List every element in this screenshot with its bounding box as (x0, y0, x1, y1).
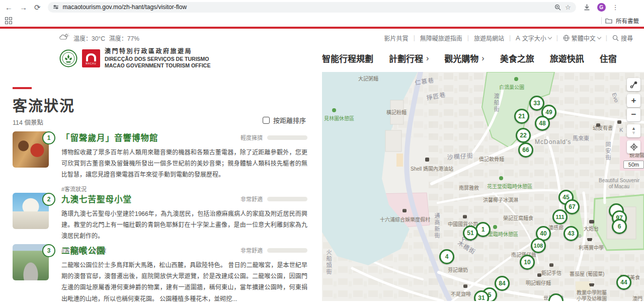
map-marker-51[interactable]: 51 (463, 225, 478, 241)
map-label: of Macau (609, 184, 629, 189)
rank-badge: 2 (42, 193, 55, 206)
map-label: 僑記軟骨麵 (479, 155, 504, 163)
map-label: 白鴿巢公園 (499, 83, 524, 91)
map-label: 洪馨椰子冰淇淋 (483, 196, 518, 203)
map-canvas[interactable]: 大記粥麵仁慕巷掙匠巷橫記粉麵見林圍休憩區白鴿巢公園渡船街McDonald's馬來… (322, 72, 644, 301)
url-text[interactable]: macaotourism.gov.mo/zh-hant/tags/visitor… (63, 4, 550, 11)
tilt-control[interactable]: ▲▼ (627, 124, 640, 137)
menu-dots-icon[interactable]: ⋮ (612, 4, 619, 11)
zoom-page-icon[interactable] (554, 4, 561, 11)
map-label: 榮記豆腐麵食 (503, 214, 533, 221)
map-bag-icon (537, 273, 541, 277)
map-label: 通商新街 (433, 213, 441, 239)
apps-grid-icon[interactable] (5, 17, 12, 24)
chevron-down-icon (597, 35, 601, 39)
directions-icon[interactable] (627, 78, 640, 91)
nav-plan-trip[interactable]: 計劃行程› (389, 52, 429, 64)
map-tree-icon (499, 176, 503, 180)
search-icon (612, 35, 619, 41)
map-bag-icon (549, 263, 553, 267)
map-marker-4[interactable]: 4 (439, 249, 454, 264)
back-icon[interactable]: ← (5, 4, 13, 11)
attraction-description: 路環九澳七苦聖母小堂建於1966年，為九澳居民，包括治療麻瘋病人的家庭及附近居民… (61, 208, 307, 242)
map-marker-66[interactable]: 66 (518, 142, 533, 158)
search-button[interactable]: 搜尋 (612, 34, 633, 42)
attraction-tags: #客流狀況 (61, 185, 307, 193)
nav-sightseeing-shopping[interactable]: 觀光購物› (444, 52, 484, 64)
map-marker-6[interactable]: 6 (612, 219, 627, 234)
tag-link[interactable]: #客流狀況 (61, 185, 87, 193)
chevron-right-icon: › (481, 54, 484, 63)
text-size-a-icon: A (516, 34, 520, 42)
link-accessible-travel[interactable]: 無障礙旅遊指南 (420, 34, 462, 42)
logo-text-en: MACAO GOVERNMENT TOURISM OFFICE (105, 62, 210, 69)
map-bag-icon (596, 123, 600, 127)
link-mgto-website[interactable]: 旅遊局網站 (474, 34, 504, 42)
attraction-title[interactable]: 「留聲歲月」音響博物館 (61, 131, 158, 143)
map-marker-111[interactable]: 111 (552, 209, 568, 224)
map-bag-icon (617, 120, 621, 124)
map-marker-108[interactable]: 108 (531, 238, 546, 253)
map-marker-22[interactable]: 22 (516, 128, 531, 143)
map-bag-icon (463, 215, 467, 218)
divider (601, 17, 602, 24)
bookmarks-bar: 所有書籤 (0, 14, 644, 27)
map-tree-icon (332, 108, 336, 112)
globe-icon (563, 35, 570, 41)
map-label: 幼皮有書 (593, 124, 613, 131)
map-marker-43[interactable]: 43 (564, 226, 579, 241)
chevron-down-icon (547, 35, 551, 39)
map-marker-21[interactable]: 21 (514, 109, 529, 124)
profile-avatar[interactable]: G (597, 3, 606, 12)
map-marker-84[interactable]: 84 (495, 276, 510, 291)
map-label: 利瑪竇中學 (579, 244, 604, 251)
map-label: 同安街 (604, 141, 612, 161)
all-bookmarks-label[interactable]: 所有書籤 (616, 17, 639, 25)
attraction-title[interactable]: 九澳七苦聖母小堂 (61, 193, 132, 205)
macau-sar-emblem-icon (59, 49, 77, 67)
nav-accommodation[interactable]: 住宿 (600, 52, 617, 64)
title-accent-bar (13, 87, 32, 89)
download-icon[interactable] (583, 4, 591, 11)
attraction-description: 博物館收藏了眾多百年前人類用來聽音樂的機器和各類古董電器，除了近距離參觀外，您更… (61, 147, 307, 181)
list-item[interactable]: 3 二龍喉公園 非常舒適 二龍喉公園位於士多鳥拜斯大馬路，松山西麓，具歐陸特色。… (13, 244, 307, 302)
sort-checkbox[interactable] (263, 117, 270, 124)
map-label: 大炮台 (584, 224, 599, 232)
site-settings-icon[interactable] (53, 4, 59, 10)
map-label: 見林圍休憩區 (324, 114, 354, 122)
temperature-label: 温度：30°C (73, 34, 105, 42)
site-logo[interactable]: MACAU 澳門特別行政區政府旅遊局 DIRECÇÃO DOS SERVIÇOS… (59, 48, 210, 69)
language-selector[interactable]: 繁體中文 (563, 34, 601, 42)
map-label: 明記蝦仔麵 (526, 279, 551, 286)
main-nav: 智能行程規劃 計劃行程› 觀光購物› 美食之旅 旅遊快訊 住宿 (322, 52, 617, 64)
map-label: 不是齋啡 (451, 290, 471, 297)
map-marker-10[interactable]: 10 (520, 255, 535, 270)
zoom-in-button[interactable]: + (627, 94, 640, 107)
map-marker-67[interactable]: 67 (565, 199, 580, 214)
bookmark-star-icon[interactable]: ☆ (565, 4, 571, 11)
list-item[interactable]: 1 「留聲歲月」音響博物館 輕度擁擠 博物館收藏了眾多百年前人類用來聽音樂的機器… (13, 131, 307, 193)
map-label: 花王堂街臨時休憩區 (487, 182, 532, 190)
map-label: 南屏雅敘 (459, 184, 479, 191)
weather-icon (59, 33, 69, 42)
nav-travel-news[interactable]: 旅遊快訊 (550, 52, 584, 64)
forward-icon[interactable]: → (20, 4, 27, 11)
crowd-status: 非常舒適 (240, 195, 307, 203)
nav-smart-itinerary[interactable]: 智能行程規劃 (322, 52, 373, 64)
link-video-sharing[interactable]: 影片共賞 (384, 34, 409, 42)
map-label: 沙欄仔街 (447, 150, 473, 161)
refresh-icon[interactable]: ⟳ (34, 4, 41, 11)
map-marker-48[interactable]: 48 (535, 116, 550, 131)
results-count: 114 個景點 (13, 117, 43, 127)
attraction-title[interactable]: 二龍喉公園 (61, 244, 106, 256)
folder-icon[interactable] (605, 18, 612, 24)
zoom-out-button[interactable]: − (627, 108, 640, 121)
map-marker-44[interactable]: 44 (616, 275, 631, 290)
sort-by-distance-control[interactable]: 按距離排序 (263, 115, 306, 125)
my-location-button[interactable] (627, 140, 640, 154)
logo-text-pt: DIRECÇÃO DOS SERVIÇOS DE TURISMO (105, 56, 210, 63)
map-label: 澳感廊 (548, 223, 564, 231)
text-size-control[interactable]: A 文字大小 (516, 34, 551, 42)
nav-food-trip[interactable]: 美食之旅 (500, 52, 534, 64)
address-bar[interactable]: macaotourism.gov.mo/zh-hant/tags/visitor… (48, 2, 576, 13)
